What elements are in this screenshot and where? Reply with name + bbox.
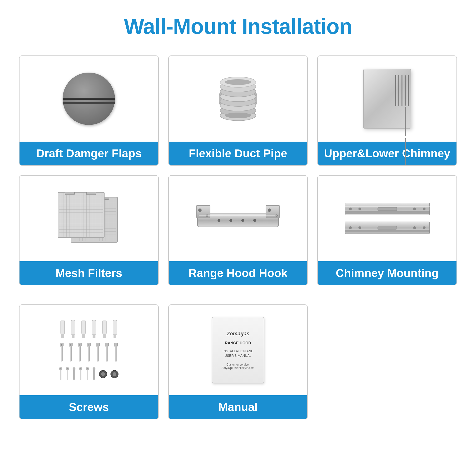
svg-rect-62 — [93, 334, 95, 338]
svg-rect-75 — [79, 346, 81, 361]
svg-point-109 — [113, 372, 116, 376]
svg-rect-57 — [71, 320, 75, 335]
svg-rect-61 — [92, 320, 96, 335]
svg-point-43 — [413, 207, 416, 210]
svg-rect-64 — [103, 334, 106, 338]
chimney-vent-svg — [364, 69, 411, 129]
svg-rect-69 — [61, 346, 63, 361]
svg-rect-65 — [113, 320, 117, 335]
svg-rect-25 — [65, 192, 74, 195]
damper-line-1 — [63, 98, 115, 100]
screw-large-4 — [86, 343, 91, 363]
svg-rect-59 — [82, 320, 85, 335]
washer-1 — [99, 370, 107, 378]
svg-point-10 — [225, 113, 251, 118]
svg-point-9 — [225, 79, 251, 85]
card-label-flexible-duct: Flexible Duct Pipe — [169, 142, 307, 165]
svg-rect-105 — [93, 370, 95, 380]
svg-point-35 — [229, 219, 232, 222]
large-screws-row — [59, 343, 118, 363]
svg-rect-81 — [97, 346, 99, 361]
screw-small-1 — [59, 368, 62, 381]
card-image-mesh-filters — [19, 176, 158, 261]
anchors-row — [60, 320, 118, 339]
svg-point-50 — [358, 226, 361, 229]
svg-rect-96 — [73, 370, 75, 380]
card-label-range-hood-hook: Range Hood Hook — [169, 261, 307, 285]
chimney-box-icon — [363, 69, 411, 129]
card-label-screws: Screws — [19, 395, 158, 419]
svg-rect-99 — [80, 370, 81, 380]
anchor-1 — [60, 320, 65, 339]
screw-small-2 — [66, 368, 69, 381]
damper-flap-icon — [63, 73, 115, 125]
svg-rect-55 — [61, 320, 65, 335]
small-screws-washers-row — [59, 368, 119, 381]
svg-rect-93 — [67, 370, 68, 380]
mesh-filters-icon — [58, 192, 120, 245]
manual-contact-text: Customer service: Amy@p11@infinityle.com — [217, 363, 259, 370]
svg-point-37 — [253, 219, 256, 222]
svg-point-51 — [413, 226, 416, 229]
screw-large-2 — [68, 343, 73, 363]
svg-point-107 — [101, 372, 105, 376]
mounting-rail-2-icon — [344, 221, 430, 235]
card-image-flexible-duct — [169, 56, 307, 142]
damper-line-2 — [63, 102, 115, 104]
svg-rect-11 — [364, 69, 411, 129]
svg-point-52 — [423, 226, 425, 229]
svg-rect-78 — [88, 346, 90, 361]
svg-rect-66 — [114, 334, 116, 338]
svg-rect-24 — [59, 193, 103, 237]
card-manual: Zomagas RANGE HOOD INSTALLATION AND USER… — [168, 305, 308, 419]
card-label-draft-damper: Draft Damger Flaps — [19, 142, 158, 165]
screw-large-6 — [104, 343, 109, 363]
screw-small-5 — [86, 368, 89, 381]
svg-rect-26 — [86, 192, 96, 195]
card-image-chimney — [318, 56, 457, 142]
bottom-row-grid: Screws Zomagas RANGE HOOD INSTALLATION A… — [19, 305, 457, 419]
card-flexible-duct: Flexible Duct Pipe — [168, 55, 308, 166]
svg-rect-58 — [72, 334, 74, 338]
manual-bag-icon: Zomagas RANGE HOOD INSTALLATION AND USER… — [212, 317, 264, 383]
card-mesh-filters: Mesh Filters — [19, 175, 159, 285]
anchor-2 — [70, 320, 76, 339]
svg-rect-63 — [102, 320, 106, 335]
mounting-rail-1-icon — [344, 203, 430, 216]
svg-point-42 — [358, 207, 361, 210]
vent-line-3 — [405, 138, 406, 166]
washer-2 — [110, 370, 119, 378]
svg-rect-102 — [87, 370, 88, 380]
svg-point-36 — [241, 219, 244, 222]
anchor-3 — [81, 320, 86, 339]
anchor-6 — [112, 320, 118, 339]
card-label-manual: Manual — [169, 395, 307, 419]
screw-small-6 — [92, 368, 96, 381]
range-hood-hook-icon — [195, 200, 281, 238]
manual-brand-text: Zomagas — [227, 331, 250, 337]
svg-rect-56 — [61, 334, 64, 338]
card-image-draft-damper — [19, 56, 158, 142]
svg-rect-46 — [345, 211, 430, 214]
anchor-4 — [91, 320, 97, 339]
manual-subtitle-text: INSTALLATION AND USER'S MANUAL — [217, 349, 259, 358]
card-chimney-mounting: Chimney Mounting — [317, 175, 457, 285]
svg-rect-45 — [378, 207, 397, 211]
duct-pipe-icon — [205, 70, 271, 127]
svg-rect-54 — [345, 230, 430, 233]
screw-small-3 — [72, 368, 76, 381]
page-title: Wall-Mount Installation — [124, 14, 352, 39]
screw-small-4 — [79, 368, 82, 381]
main-grid: Draft Damger Flaps — [19, 55, 457, 295]
svg-rect-72 — [70, 346, 72, 361]
card-image-manual: Zomagas RANGE HOOD INSTALLATION AND USER… — [169, 305, 307, 395]
card-draft-damper: Draft Damger Flaps — [19, 55, 159, 166]
svg-rect-60 — [82, 334, 85, 338]
svg-rect-84 — [106, 346, 108, 361]
svg-rect-87 — [115, 346, 117, 361]
screw-large-3 — [77, 343, 82, 363]
card-label-chimney-mounting: Chimney Mounting — [318, 261, 457, 285]
svg-point-34 — [218, 219, 221, 222]
svg-rect-53 — [378, 226, 397, 229]
card-chimney: Upper&Lower Chimney — [317, 55, 457, 166]
